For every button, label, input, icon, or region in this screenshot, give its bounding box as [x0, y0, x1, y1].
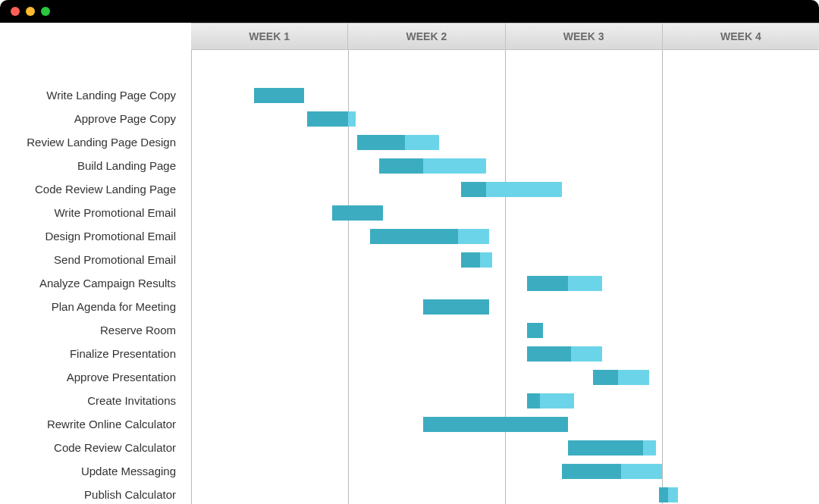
timeline-header: WEEK 1WEEK 2WEEK 3WEEK 4: [0, 23, 819, 50]
gantt-bar[interactable]: [191, 135, 819, 150]
gantt-bar-actual: [527, 276, 568, 291]
header-spacer: [0, 23, 191, 50]
task-label: Write Landing Page Copy: [46, 89, 176, 102]
task-label: Create Invitations: [87, 394, 176, 407]
gantt-bar[interactable]: [191, 205, 819, 221]
task-label: Approve Page Copy: [74, 112, 176, 125]
gantt-bar-actual: [562, 464, 622, 479]
window-minimize-button[interactable]: [26, 7, 35, 16]
gantt-bar-actual: [659, 487, 668, 502]
gantt-bar-actual: [423, 417, 567, 432]
gantt-bar-actual: [370, 229, 458, 244]
gantt-bar[interactable]: [191, 370, 819, 385]
gantt-bar[interactable]: [191, 276, 819, 291]
weeks-header: WEEK 1WEEK 2WEEK 3WEEK 4: [191, 23, 819, 50]
gantt-bar-actual: [568, 440, 643, 455]
task-label: Publish Calculator: [84, 488, 176, 501]
task-label: Write Promotional Email: [54, 206, 176, 219]
task-label: Review Landing Page Design: [27, 136, 176, 149]
task-label: Code Review Calculator: [54, 441, 176, 454]
gantt-bar[interactable]: [191, 417, 819, 432]
app-window: WEEK 1WEEK 2WEEK 3WEEK 4 Write Landing P…: [0, 0, 819, 504]
gantt-bar-actual: [379, 158, 423, 174]
gantt-bar-actual: [357, 135, 404, 150]
task-label: Finalize Presentation: [70, 347, 176, 360]
gantt-bar[interactable]: [191, 299, 819, 315]
gantt-bar-actual: [332, 205, 382, 221]
task-label: Update Messaging: [81, 465, 176, 477]
gantt-bar[interactable]: [191, 252, 819, 268]
task-label: Send Promotional Email: [54, 253, 176, 266]
task-label: Rewrite Online Calculator: [47, 418, 176, 430]
gantt-bar-actual: [527, 393, 540, 409]
gantt-bar[interactable]: [191, 440, 819, 455]
gantt-bar[interactable]: [191, 88, 819, 103]
gantt-bar-actual: [593, 370, 618, 385]
gantt-bar-actual: [254, 88, 304, 103]
titlebar: [0, 0, 819, 23]
task-label: Code Review Landing Page: [35, 183, 176, 196]
gantt-chart: Write Landing Page CopyApprove Page Copy…: [0, 50, 819, 504]
task-labels-column: Write Landing Page CopyApprove Page Copy…: [0, 50, 191, 504]
gantt-bar-actual: [461, 182, 486, 197]
week-header-cell: WEEK 3: [506, 23, 663, 50]
window-close-button[interactable]: [11, 7, 20, 16]
gantt-bar[interactable]: [191, 346, 819, 362]
week-header-cell: WEEK 4: [663, 23, 819, 50]
task-label: Build Landing Page: [77, 159, 176, 172]
gantt-bar-actual: [527, 323, 543, 338]
gantt-bar-actual: [527, 346, 571, 362]
window-zoom-button[interactable]: [41, 7, 50, 16]
task-label: Plan Agenda for Meeting: [52, 300, 176, 313]
gantt-bar[interactable]: [191, 464, 819, 479]
gantt-bar-actual: [307, 111, 348, 127]
week-header-cell: WEEK 2: [348, 23, 505, 50]
task-label: Design Promotional Email: [45, 230, 176, 243]
gantt-bar[interactable]: [191, 393, 819, 409]
gantt-bar[interactable]: [191, 487, 819, 502]
gantt-bar-actual: [423, 299, 489, 315]
gantt-bars-area: [191, 50, 819, 504]
gantt-bar[interactable]: [191, 182, 819, 197]
task-label: Analyze Campaign Results: [39, 277, 176, 290]
gantt-bar[interactable]: [191, 323, 819, 338]
gantt-bar[interactable]: [191, 111, 819, 127]
gantt-bar[interactable]: [191, 158, 819, 174]
week-header-cell: WEEK 1: [191, 23, 348, 50]
task-label: Reserve Room: [100, 324, 176, 337]
gantt-bar-actual: [461, 252, 480, 268]
gantt-bar[interactable]: [191, 229, 819, 244]
task-label: Approve Presentation: [67, 371, 176, 383]
